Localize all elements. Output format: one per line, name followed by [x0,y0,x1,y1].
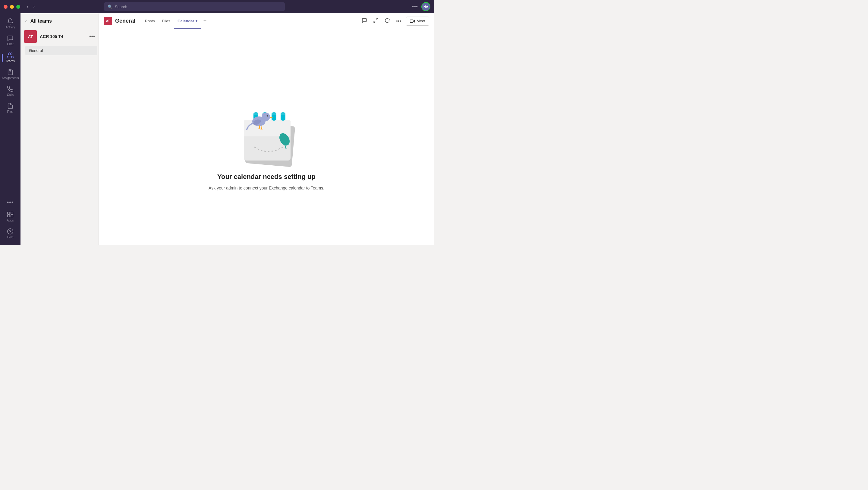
sidebar-item-more[interactable]: ••• [2,197,19,208]
svg-point-6 [7,229,13,234]
search-bar[interactable]: 🔍 [104,2,285,11]
calendar-dropdown-icon: ▾ [195,19,197,23]
channel-header: AT General Posts Files Calendar ▾ + [99,13,434,29]
apps-icon [7,211,13,218]
nav-arrows: ‹ › [25,3,37,10]
titlebar-more-button[interactable]: ••• [412,4,418,10]
calendar-empty-state: Your calendar needs setting up Ask your … [99,29,434,245]
team-more-button[interactable]: ••• [89,33,95,40]
svg-line-8 [376,19,378,20]
sidebar-item-wrapper-assignments: Assignments [2,66,19,83]
tab-calendar[interactable]: Calendar ▾ [174,13,201,29]
meet-button[interactable]: Meet [406,17,429,26]
calendar-empty-title: Your calendar needs setting up [217,173,315,181]
svg-point-31 [261,113,270,121]
sidebar-item-help[interactable]: Help [2,226,19,241]
svg-rect-4 [7,215,10,217]
svg-point-27 [281,112,285,115]
sidebar-label-calls: Calls [7,93,13,96]
add-tab-button[interactable]: + [201,13,209,29]
activity-icon [7,18,13,25]
calendar-illustration [224,84,309,168]
svg-point-32 [267,115,268,117]
sidebar-label-help: Help [7,236,13,239]
svg-line-36 [261,126,262,129]
user-avatar[interactable]: NA [421,2,430,11]
main-content: AT General Posts Files Calendar ▾ + [99,13,434,245]
video-icon [410,19,415,24]
sidebar-item-assignments[interactable]: Assignments [2,66,19,82]
team-avatar: AT [24,30,37,43]
close-traffic-light[interactable] [4,5,7,9]
team-info: ACR 105 T4 ••• [40,33,95,40]
titlebar: ‹ › 🔍 ••• NA [0,0,434,13]
sidebar-item-chat[interactable]: Chat [2,33,19,48]
sidebar-item-calls[interactable]: Calls [2,83,19,99]
chat-icon [7,35,13,41]
sidebar-label-chat: Chat [7,42,13,46]
svg-line-9 [374,21,375,22]
sidebar-item-files[interactable]: Files [2,100,19,116]
sidebar-item-teams[interactable]: Teams [2,50,19,65]
back-arrow[interactable]: ‹ [25,3,30,10]
sidebar-item-wrapper-files: Files [2,100,19,117]
assignments-icon [7,69,13,76]
channel-item-general[interactable]: General [25,46,97,55]
chat-action-button[interactable] [361,17,368,26]
expand-icon [373,18,378,23]
titlebar-right: ••• NA [412,2,430,11]
active-indicator [2,54,3,62]
team-panel-header: ‹ All teams [21,13,98,28]
svg-point-0 [8,53,10,55]
search-icon: 🔍 [107,4,113,9]
sidebar-item-wrapper-activity: Activity [2,16,19,33]
team-panel: ‹ All teams AT ACR 105 T4 ••• General [21,13,99,245]
svg-rect-11 [410,20,413,22]
sidebar-item-wrapper-calls: Calls [2,83,19,100]
tab-posts[interactable]: Posts [141,13,158,29]
search-input[interactable] [115,4,281,9]
sidebar-label-assignments: Assignments [1,76,19,80]
team-entry: AT ACR 105 T4 ••• [21,28,98,45]
traffic-lights [4,5,20,9]
maximize-traffic-light[interactable] [16,5,20,9]
tab-list: Posts Files Calendar ▾ + [141,13,209,29]
help-icon [7,228,13,235]
forward-arrow[interactable]: › [31,3,36,10]
chat-small-icon [362,18,367,23]
more-icon: ••• [7,200,13,205]
calendar-svg [224,84,309,168]
sidebar-item-wrapper-teams: Teams [2,50,19,66]
svg-rect-5 [11,215,13,217]
sidebar-item-apps[interactable]: Apps [2,209,19,225]
all-teams-label: All teams [30,19,52,24]
expand-action-button[interactable] [372,17,380,26]
sidebar-label-apps: Apps [7,219,14,222]
svg-rect-3 [11,212,13,214]
refresh-icon [384,18,390,23]
channel-name: General [115,18,135,24]
calls-icon [7,86,13,92]
files-icon [7,103,13,109]
sidebar-label-files: Files [7,110,13,113]
sidebar-item-wrapper-chat: Chat [2,33,19,50]
minimize-traffic-light[interactable] [10,5,14,9]
refresh-action-button[interactable] [383,17,391,26]
sidebar-label-activity: Activity [5,26,15,29]
svg-rect-2 [7,212,10,214]
tab-files[interactable]: Files [158,13,174,29]
calendar-empty-subtitle: Ask your admin to connect your Exchange … [209,185,324,191]
svg-marker-10 [413,20,415,22]
sidebar-label-teams: Teams [6,59,14,63]
app-layout: Activity Chat Teams [0,13,434,245]
svg-point-24 [272,112,276,115]
header-actions: ••• Meet [361,17,429,26]
channel-avatar: AT [104,17,112,25]
more-header-button[interactable]: ••• [395,17,402,25]
svg-point-18 [253,112,258,115]
sidebar: Activity Chat Teams [0,13,21,245]
team-name: ACR 105 T4 [40,34,63,39]
sidebar-item-activity[interactable]: Activity [2,16,19,31]
all-teams-back-button[interactable]: ‹ [24,18,28,24]
channel-list: General [21,45,98,56]
